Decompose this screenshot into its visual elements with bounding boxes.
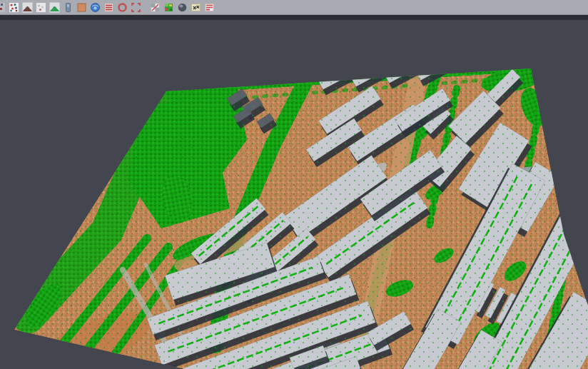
classification-map-icon[interactable] xyxy=(163,2,174,13)
measure-lines-icon[interactable] xyxy=(103,2,114,13)
ground-class-icon[interactable] xyxy=(22,2,33,13)
area-select-icon[interactable] xyxy=(76,2,87,13)
raster-grid-icon[interactable] xyxy=(150,2,161,13)
globe-tool-icon[interactable] xyxy=(90,2,101,13)
sparse-points-icon[interactable] xyxy=(36,2,46,13)
3d-viewport[interactable] xyxy=(0,20,588,369)
cross-section-icon[interactable] xyxy=(191,2,201,13)
sphere-render-icon[interactable] xyxy=(177,2,188,13)
toolbar xyxy=(0,0,588,15)
classified-points-icon[interactable] xyxy=(9,2,19,13)
application-window xyxy=(0,0,588,369)
flag-stripes-icon[interactable] xyxy=(204,2,215,13)
circle-select-icon[interactable] xyxy=(117,2,128,13)
toolbar-separator xyxy=(0,15,588,20)
vegetation-class-icon[interactable] xyxy=(49,2,60,13)
profile-tool-icon[interactable] xyxy=(63,2,74,13)
point-cloud-scene xyxy=(0,20,588,369)
selection-points-icon[interactable] xyxy=(0,2,6,13)
crop-brackets-icon[interactable] xyxy=(131,2,141,13)
